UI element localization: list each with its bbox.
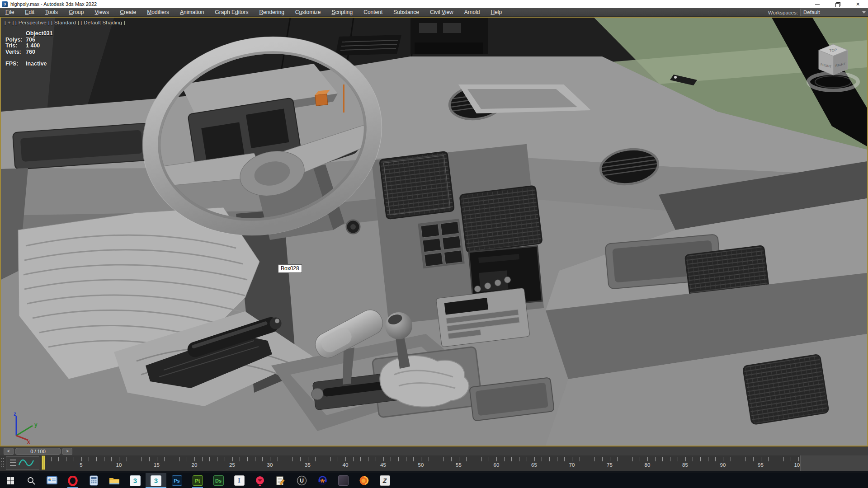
start-button[interactable] xyxy=(0,473,21,488)
ruler-tick xyxy=(398,457,399,461)
taskbar-game-app[interactable] xyxy=(333,473,354,488)
taskbar-calculator[interactable] xyxy=(83,473,104,488)
next-frame-button[interactable]: > xyxy=(62,448,72,455)
ruler-tick xyxy=(127,457,127,461)
menu-item-modifiers[interactable]: Modifiers xyxy=(142,8,175,17)
ruler-tick xyxy=(542,457,542,461)
menu-item-file[interactable]: File xyxy=(0,8,19,17)
ruler-tick xyxy=(678,457,678,461)
frame-ruler[interactable]: 0510152025303540455055606570758085909510… xyxy=(0,455,868,471)
menu-item-customize[interactable]: Customize xyxy=(290,8,326,17)
menu-item-views[interactable]: Views xyxy=(89,8,114,17)
notepad-icon xyxy=(276,476,286,486)
track-bar[interactable]: 0510152025303540455055606570758085909510… xyxy=(0,455,868,471)
taskbar-opera[interactable] xyxy=(62,473,83,488)
ruler-label-75: 75 xyxy=(601,462,619,468)
menu-item-animation[interactable]: Animation xyxy=(175,8,209,17)
ruler-tick xyxy=(745,457,746,461)
ruler-tick xyxy=(693,457,693,461)
taskbar-search-button[interactable] xyxy=(21,473,42,488)
taskbar-i-app[interactable]: I xyxy=(229,473,250,488)
ruler-label-50: 50 xyxy=(412,462,430,468)
close-icon: ✕ xyxy=(856,1,860,7)
ruler-tick xyxy=(338,457,338,461)
taskbar-3ds-max-active[interactable]: 3 xyxy=(146,473,166,488)
time-slider[interactable]: < 0 / 100 > xyxy=(4,448,72,455)
ruler-tick xyxy=(572,457,572,461)
taskbar-screen-share-app[interactable] xyxy=(42,473,62,488)
ruler-tick xyxy=(602,457,603,461)
menu-item-rendering[interactable]: Rendering xyxy=(254,8,289,17)
ruler-tick xyxy=(270,457,270,461)
speaker-grille-1 xyxy=(380,151,454,219)
taskbar-file-explorer[interactable] xyxy=(104,473,125,488)
ruler-tick xyxy=(285,457,285,461)
menu-item-scripting[interactable]: Scripting xyxy=(326,8,359,17)
ruler-tick xyxy=(232,457,233,461)
windows-logo-icon xyxy=(6,477,14,485)
ruler-tick xyxy=(655,457,656,461)
photoshop-icon: Ps xyxy=(172,475,182,486)
object-tooltip: Box028 xyxy=(278,264,302,273)
menu-item-civil-view[interactable]: Civil View xyxy=(425,8,459,17)
menu-item-help[interactable]: Help xyxy=(485,8,507,17)
menu-item-edit[interactable]: Edit xyxy=(19,8,40,17)
ruler-label-45: 45 xyxy=(374,462,392,468)
menu-item-group[interactable]: Group xyxy=(63,8,89,17)
perspective-viewport[interactable]: [ + ] [ Perspective ] [ Standard ] [ Def… xyxy=(0,17,868,446)
verts-value: 760 xyxy=(26,49,35,55)
ruler-tick xyxy=(187,457,187,461)
taskbar-substance-painter[interactable]: Pt xyxy=(187,473,208,488)
ruler-tick xyxy=(383,457,384,461)
fps-value: Inactive xyxy=(26,61,47,66)
taskbar-firefox[interactable] xyxy=(354,473,374,488)
viewport-label[interactable]: [ + ] [ Perspective ] [ Standard ] [ Def… xyxy=(5,20,125,25)
ruler-tick xyxy=(459,457,459,461)
taskbar-photoshop[interactable]: Ps xyxy=(166,473,187,488)
ruler-tick xyxy=(753,457,754,461)
menu-item-graph-editors[interactable]: Graph Editors xyxy=(209,8,254,17)
taskbar-3ds-max[interactable]: 3 xyxy=(125,473,146,488)
ruler-tick xyxy=(496,457,497,461)
ruler-tick xyxy=(142,457,142,461)
ruler-label-90: 90 xyxy=(714,462,732,468)
ruler-tick xyxy=(413,457,414,461)
previous-frame-button[interactable]: < xyxy=(4,448,14,455)
menu-item-content[interactable]: Content xyxy=(358,8,388,17)
ruler-label-70: 70 xyxy=(563,462,581,468)
ruler-tick xyxy=(451,457,452,461)
svg-text:U: U xyxy=(300,478,304,484)
ruler-tick xyxy=(74,457,74,461)
workspaces-dropdown[interactable]: Default xyxy=(800,9,868,16)
ruler-tick xyxy=(723,457,723,461)
ruler-tick xyxy=(587,457,587,461)
minimize-button[interactable] xyxy=(807,0,827,8)
taskbar-unreal[interactable]: U xyxy=(291,473,312,488)
taskbar-substance-designer[interactable]: Ds xyxy=(208,473,229,488)
ruler-tick xyxy=(240,457,240,461)
ruler-tick xyxy=(209,457,210,461)
ruler-tick xyxy=(511,457,512,461)
close-button[interactable]: ✕ xyxy=(848,0,868,8)
taskbar-audacity[interactable] xyxy=(312,473,333,488)
current-frame-display[interactable]: 0 / 100 xyxy=(15,448,61,455)
menu-item-arnold[interactable]: Arnold xyxy=(459,8,486,17)
ruler-tick xyxy=(421,457,421,461)
taskbar-notepad[interactable] xyxy=(270,473,291,488)
ruler-out-of-range xyxy=(800,455,868,471)
ruler-tick xyxy=(255,457,255,461)
taskbar-red-app[interactable] xyxy=(250,473,270,488)
ruler-tick xyxy=(474,457,474,461)
ruler-tick xyxy=(315,457,316,461)
menu-item-tools[interactable]: Tools xyxy=(40,8,63,17)
ruler-tick xyxy=(149,457,150,461)
ruler-tick xyxy=(640,457,640,461)
taskbar-zbrush[interactable]: Z xyxy=(374,473,395,488)
current-frame-marker[interactable] xyxy=(42,455,45,470)
restore-button[interactable] xyxy=(827,0,848,8)
view-cube[interactable]: TOP FRONT RIGHT xyxy=(799,28,867,104)
menu-item-create[interactable]: Create xyxy=(114,8,142,17)
ruler-tick xyxy=(625,457,625,461)
menu-item-substance[interactable]: Substance xyxy=(388,8,425,17)
ruler-tick xyxy=(564,457,565,461)
